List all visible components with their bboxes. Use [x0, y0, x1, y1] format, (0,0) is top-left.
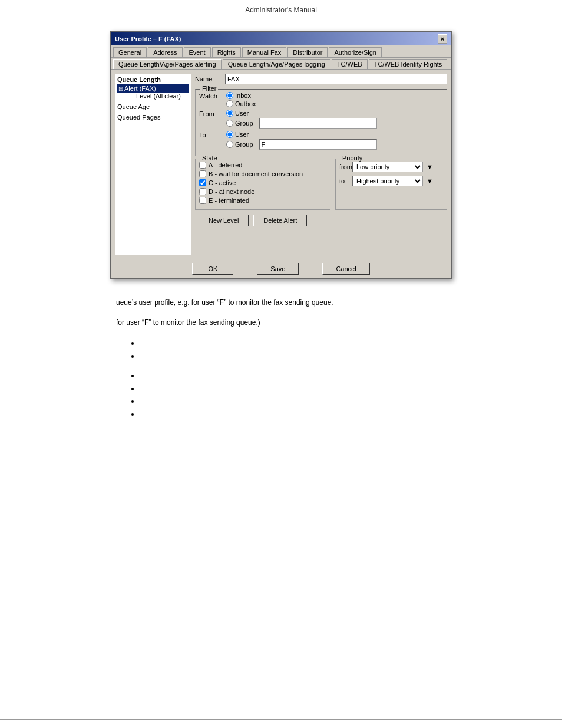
outbox-radio-label[interactable]: Outbox: [226, 100, 256, 107]
bullet-item-3: [140, 370, 446, 383]
body-paragraph-1: ueue’s user profile, e.g. for user “F” t…: [116, 297, 446, 308]
state-b-label: B - wait for document conversion: [209, 170, 303, 177]
bullet-list: [140, 337, 446, 421]
from-options: User Group: [226, 110, 377, 129]
bullet-item-5: [140, 395, 446, 408]
to-group-radio-label[interactable]: Group: [226, 141, 253, 148]
tab-queue-logging[interactable]: Queue Length/Age/Pages logging: [223, 59, 330, 69]
state-a-row: A - deferred: [199, 162, 326, 169]
user-profile-dialog: User Profile – F (FAX) × General Address…: [110, 31, 452, 279]
from-input[interactable]: [259, 118, 377, 129]
name-field-label: Name: [195, 75, 222, 83]
tab-authorize-sign[interactable]: Authorize/Sign: [329, 47, 382, 57]
new-level-button[interactable]: New Level: [199, 215, 249, 226]
state-c-label: C - active: [209, 179, 236, 186]
cancel-button[interactable]: Cancel: [322, 263, 369, 275]
bullet-item-1: [140, 337, 446, 350]
body-paragraph-2: for user “F” to monitor the fax sending …: [116, 317, 446, 328]
inbox-radio[interactable]: [226, 92, 233, 99]
queue-age-label: Queue Age: [117, 103, 189, 110]
name-row: Name: [195, 74, 447, 84]
from-group-radio-label[interactable]: Group: [226, 120, 253, 127]
state-e-checkbox[interactable]: [199, 197, 206, 204]
to-input[interactable]: [259, 139, 377, 150]
state-d-checkbox[interactable]: [199, 188, 206, 195]
watch-row: Watch Inbox Outbox: [199, 92, 443, 107]
state-e-row: E - terminated: [199, 197, 326, 204]
inbox-radio-label[interactable]: Inbox: [226, 92, 256, 99]
state-c-row: C - active: [199, 179, 326, 186]
header-title: Administrator's Manual: [245, 6, 317, 14]
watch-options: Inbox Outbox: [226, 92, 256, 107]
priority-to-select[interactable]: Low priority Normal priority High priori…: [352, 176, 423, 186]
state-b-checkbox[interactable]: [199, 170, 206, 177]
dialog-wrapper: User Profile – F (FAX) × General Address…: [0, 31, 562, 279]
priority-to-label: to: [339, 177, 349, 185]
to-user-radio-label[interactable]: User: [226, 131, 377, 138]
level-all-clear-label: Level (All clear): [136, 93, 181, 100]
bullet-item-2: [140, 350, 446, 363]
tabs-row-2: Queue Length/Age/Pages alerting Queue Le…: [111, 58, 451, 70]
tab-tcweb-identity[interactable]: TC/WEB Identity Rights: [369, 59, 448, 69]
to-label: To: [199, 131, 222, 139]
dialog-footer: OK Save Cancel: [111, 259, 451, 278]
to-user-radio[interactable]: [226, 131, 233, 138]
from-row: From User Group: [199, 110, 443, 129]
priority-from-select[interactable]: Low priority Normal priority High priori…: [352, 162, 423, 172]
filter-group: Filter Watch Inbox Outbox: [195, 89, 447, 156]
alert-fax-label: Alert (FAX): [124, 85, 156, 92]
tab-distributor[interactable]: Distributor: [287, 47, 328, 57]
to-options: User Group: [226, 131, 377, 150]
outbox-label: Outbox: [235, 100, 256, 107]
priority-to-row: to Low priority Normal priority High pri…: [339, 176, 443, 186]
state-group: State A - deferred B - wait for document…: [195, 159, 330, 210]
bullet-item-6: [140, 408, 446, 421]
inbox-label: Inbox: [235, 92, 251, 99]
to-group-radio[interactable]: [226, 141, 233, 148]
tab-address[interactable]: Address: [148, 47, 182, 57]
tab-queue-alerting[interactable]: Queue Length/Age/Pages alerting: [113, 59, 222, 69]
tab-rights[interactable]: Rights: [212, 47, 241, 57]
save-button[interactable]: Save: [257, 263, 299, 275]
tree-expand-icon: ⊟: [118, 85, 123, 92]
dialog-title: User Profile – F (FAX): [115, 35, 181, 42]
close-button[interactable]: ×: [438, 34, 447, 44]
page-header: Administrator's Manual: [0, 0, 562, 19]
name-input[interactable]: [225, 74, 447, 84]
body-text-2: for user “F” to monitor the fax sending …: [116, 318, 260, 327]
tab-general[interactable]: General: [113, 47, 147, 57]
right-panel: Name Filter Watch Inbox: [195, 74, 447, 255]
from-label: From: [199, 110, 222, 117]
dialog-titlebar: User Profile – F (FAX) ×: [111, 32, 451, 45]
state-c-checkbox[interactable]: [199, 179, 206, 186]
from-user-radio-label[interactable]: User: [226, 110, 377, 117]
ok-button[interactable]: OK: [192, 263, 233, 275]
tab-event[interactable]: Event: [184, 47, 211, 57]
from-group-radio[interactable]: [226, 120, 233, 127]
priority-to-dropdown-icon: ▼: [427, 177, 433, 185]
state-a-checkbox[interactable]: [199, 162, 206, 169]
priority-from-dropdown-icon: ▼: [427, 163, 433, 170]
filter-group-title: Filter: [200, 85, 218, 92]
priority-from-row: from Low priority Normal priority High p…: [339, 162, 443, 172]
outbox-radio[interactable]: [226, 100, 233, 107]
watch-label: Watch: [199, 93, 222, 100]
tab-tcweb[interactable]: TC/WEB: [332, 59, 368, 69]
tab-manual-fax[interactable]: Manual Fax: [242, 47, 286, 57]
dialog-body: Queue Length ⊟ Alert (FAX) — Level (All …: [111, 70, 451, 259]
delete-alert-button[interactable]: Delete Alert: [253, 215, 307, 226]
from-user-radio[interactable]: [226, 110, 233, 117]
queued-pages-label: Queued Pages: [117, 114, 189, 121]
to-user-label: User: [235, 131, 249, 138]
alert-fax-item[interactable]: ⊟ Alert (FAX): [117, 84, 189, 93]
state-d-row: D - at next node: [199, 188, 326, 195]
priority-group-title: Priority: [340, 154, 364, 162]
body-text-1: ueue’s user profile, e.g. for user “F” t…: [116, 298, 333, 307]
priority-from-label: from: [339, 163, 349, 170]
level-all-clear-item[interactable]: — Level (All clear): [117, 93, 189, 100]
to-group-label: Group: [235, 141, 253, 148]
body-text-section: ueue’s user profile, e.g. for user “F” t…: [81, 297, 481, 421]
page-footer: [0, 719, 562, 722]
state-a-label: A - deferred: [209, 162, 242, 169]
state-e-label: E - terminated: [209, 197, 249, 204]
